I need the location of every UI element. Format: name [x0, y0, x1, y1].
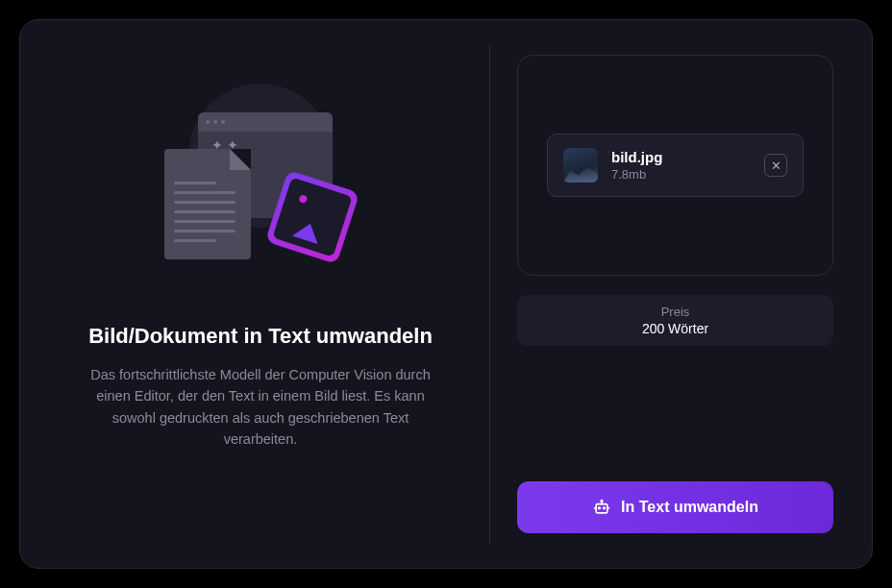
file-name: bild.jpg — [611, 149, 751, 165]
close-icon: ✕ — [771, 159, 781, 173]
file-info: bild.jpg 7.8mb — [611, 149, 751, 182]
page-title: Bild/Dokument in Text umwandeln — [88, 324, 433, 349]
conversion-card: ✦ ✦ Bild/Dokument in Text umwandeln — [19, 19, 873, 569]
convert-button-label: In Text umwandeln — [621, 499, 758, 516]
price-box: Preis 200 Wörter — [517, 295, 833, 346]
info-panel: ✦ ✦ Bild/Dokument in Text umwandeln — [59, 55, 462, 533]
convert-button[interactable]: In Text umwandeln — [517, 481, 833, 533]
robot-icon — [592, 498, 611, 517]
price-value: 200 Wörter — [527, 321, 824, 336]
action-panel: bild.jpg 7.8mb ✕ Preis 200 Wörter — [517, 55, 833, 533]
uploaded-file-item: bild.jpg 7.8mb ✕ — [547, 134, 804, 197]
upload-dropzone[interactable]: bild.jpg 7.8mb ✕ — [517, 55, 833, 276]
remove-file-button[interactable]: ✕ — [764, 154, 787, 177]
file-thumbnail — [563, 148, 598, 183]
svg-point-1 — [599, 507, 601, 509]
page-description: Das fortschrittlichste Modell der Comput… — [78, 364, 443, 451]
vertical-divider — [489, 45, 490, 543]
file-size: 7.8mb — [611, 167, 751, 182]
hero-illustration: ✦ ✦ — [145, 74, 376, 285]
svg-point-2 — [604, 507, 606, 509]
svg-point-4 — [601, 501, 603, 502]
price-label: Preis — [527, 305, 824, 319]
